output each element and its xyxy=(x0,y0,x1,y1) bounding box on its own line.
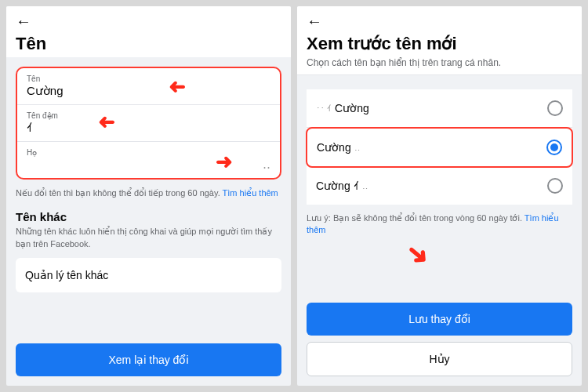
middle-name-field[interactable]: Tên đệm ｲ ➜ xyxy=(17,105,280,142)
save-changes-button[interactable]: Lưu thay đổi xyxy=(307,303,572,336)
header: ← Xem trước tên mới Chọn cách tên bạn hi… xyxy=(297,6,582,75)
learn-more-link[interactable]: Tìm hiểu thêm xyxy=(223,188,278,198)
middle-name-label: Tên đệm xyxy=(27,111,270,120)
screen-preview-name: ← Xem trước tên mới Chọn cách tên bạn hi… xyxy=(297,6,582,386)
content: Tên Cường ➜ Tên đệm ｲ ➜ Họ ‥ ➜ Nếu đổi t… xyxy=(6,57,291,334)
name-change-note: Lưu ý: Bạn sẽ không thể đổi tên trong vò… xyxy=(307,212,572,237)
back-arrow-icon[interactable]: ← xyxy=(307,13,322,31)
manage-other-names-button[interactable]: Quản lý tên khác xyxy=(16,258,281,292)
option-label: Cường ‥ xyxy=(317,141,360,154)
other-names-desc: Những tên khác luôn hiển thị công khai v… xyxy=(16,226,281,250)
footer: Xem lại thay đổi xyxy=(6,334,291,386)
middle-name-value: ｲ xyxy=(27,121,270,135)
content: ‥ ｲ Cường Cường ‥ Cường ｲ ‥ xyxy=(297,75,582,293)
name-options-list: ‥ ｲ Cường Cường ‥ Cường ｲ ‥ xyxy=(307,89,572,205)
name-fields-card: Tên Cường ➜ Tên đệm ｲ ➜ Họ ‥ ➜ xyxy=(16,67,281,180)
name-option-2[interactable]: Cường ‥ xyxy=(306,127,573,168)
last-name-field[interactable]: Họ ‥ ➜ xyxy=(17,142,280,178)
name-change-hint: Nếu đổi tên thì bạn không thể đổi tiếp t… xyxy=(16,187,281,199)
page-subtitle: Chọn cách tên bạn hiển thị trên trang cá… xyxy=(307,57,572,68)
page-title: Tên xyxy=(16,34,281,54)
radio-icon xyxy=(547,100,563,116)
first-name-label: Tên xyxy=(27,74,270,83)
other-names-title: Tên khác xyxy=(16,210,281,223)
footer: Lưu thay đổi Hủy xyxy=(297,293,582,386)
annotation-arrow-icon: ➜ xyxy=(399,235,436,274)
header: ← Tên xyxy=(6,6,291,57)
cancel-button[interactable]: Hủy xyxy=(307,342,572,376)
review-changes-button[interactable]: Xem lại thay đổi xyxy=(16,343,281,376)
option-label: Cường ｲ ‥ xyxy=(316,180,368,192)
first-name-field[interactable]: Tên Cường ➜ xyxy=(17,68,280,105)
name-option-3[interactable]: Cường ｲ ‥ xyxy=(307,167,572,205)
last-name-label: Họ xyxy=(27,148,270,157)
option-label: ‥ ｲ Cường xyxy=(316,102,369,114)
first-name-value: Cường xyxy=(27,84,270,98)
last-name-value: ‥ xyxy=(27,158,270,172)
radio-icon xyxy=(546,140,562,155)
name-option-1[interactable]: ‥ ｲ Cường xyxy=(307,89,572,128)
page-title: Xem trước tên mới xyxy=(307,34,572,54)
back-arrow-icon[interactable]: ← xyxy=(16,13,31,31)
radio-icon xyxy=(547,178,563,194)
screen-edit-name: ← Tên Tên Cường ➜ Tên đệm ｲ ➜ Họ ‥ ➜ Nếu… xyxy=(6,6,291,386)
